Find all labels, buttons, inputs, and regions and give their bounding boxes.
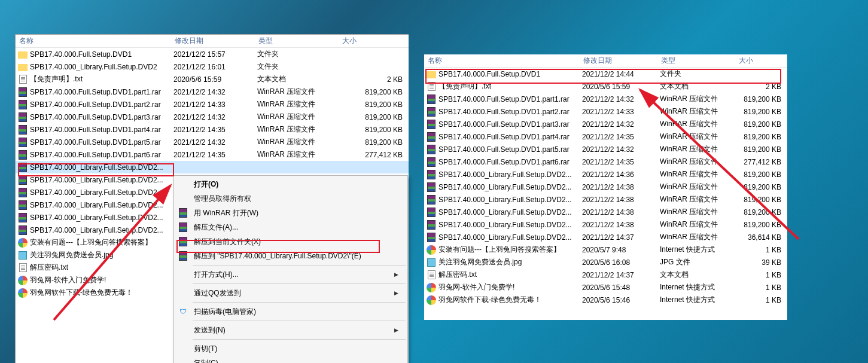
rar-archive-icon — [427, 182, 436, 192]
file-size: 819,200 KB — [735, 120, 784, 129]
menu-item[interactable]: 🛡扫描病毒(电脑管家) — [175, 304, 407, 319]
file-row[interactable]: SPB17.40.000.Full.Setup.DVD1.part3.rar20… — [16, 111, 409, 123]
column-date[interactable]: 修改日期 — [580, 56, 657, 66]
file-type: WinRAR 压缩文件 — [255, 150, 339, 160]
file-type: WinRAR 压缩文件 — [657, 194, 735, 205]
menu-separator — [193, 302, 406, 303]
file-row[interactable]: SPB17.40.000.Full.Setup.DVD1.part4.rar20… — [16, 123, 409, 136]
file-name: SPB17.40.000.Full.Setup.DVD1.part5.rar — [30, 138, 161, 147]
file-type: WinRAR 压缩文件 — [657, 144, 735, 154]
file-row[interactable]: SPB17.40.000.Full.Setup.DVD1.part2.rar20… — [16, 98, 409, 111]
file-row[interactable]: SPB17.40.000_Library.Full.Setup.DVD2...2… — [424, 218, 787, 231]
menu-item-label: 解压文件(A)... — [194, 222, 238, 233]
file-row[interactable]: 【免责声明】.txt2020/5/6 15:59文本文档2 KB — [16, 73, 409, 86]
menu-item-label: 管理员取得所有权 — [194, 194, 251, 204]
file-row[interactable]: SPB17.40.000.Full.Setup.DVD1.part3.rar20… — [424, 118, 787, 130]
file-type: 文本文档 — [255, 74, 339, 84]
file-date: 2021/12/2 14:32 — [580, 95, 657, 103]
file-date: 2021/12/2 14:35 — [580, 133, 657, 141]
file-row[interactable]: SPB17.40.000.Full.Setup.DVD1.part1.rar20… — [424, 93, 787, 105]
column-type[interactable]: 类型 — [255, 36, 339, 46]
file-row[interactable]: SPB17.40.000_Library.Full.Setup.DVD2...2… — [424, 231, 787, 243]
menu-item[interactable]: 通过QQ发送到▶ — [175, 286, 407, 300]
file-row[interactable]: SPB17.40.000.Full.Setup.DVD1.part5.rar20… — [16, 136, 409, 148]
menu-item[interactable]: 解压到当前文件夹(X) — [175, 234, 407, 249]
file-row[interactable]: 羽兔网-软件入门免费学!2020/5/6 15:48Internet 快捷方式1… — [424, 281, 787, 294]
file-size: 36,614 KB — [735, 233, 784, 242]
file-date: 2021/12/2 14:33 — [580, 108, 657, 116]
file-date: 2020/5/6 15:48 — [580, 283, 657, 292]
file-row[interactable]: 羽兔网软件下载-绿色免费无毒！2020/5/6 15:46Internet 快捷… — [424, 294, 787, 306]
menu-item[interactable]: 剪切(T) — [175, 341, 407, 356]
menu-item[interactable]: 发送到(N)▶ — [175, 323, 407, 337]
file-row[interactable]: SPB17.40.000.Full.Setup.DVD1.part5.rar20… — [424, 143, 787, 155]
file-type: WinRAR 压缩文件 — [255, 112, 339, 122]
image-file-icon — [18, 251, 28, 260]
rar-archive-icon — [18, 188, 28, 197]
rar-archive-icon — [18, 213, 28, 222]
file-row[interactable]: SPB17.40.000.Full.Setup.DVD1.part6.rar20… — [16, 148, 409, 161]
menu-item[interactable]: 管理员取得所有权 — [175, 191, 407, 206]
column-type[interactable]: 类型 — [657, 56, 735, 66]
file-row[interactable]: SPB17.40.000_Library.Full.Setup.DVD2...2… — [424, 181, 787, 193]
shield-icon: 🛡 — [178, 307, 188, 316]
file-list-right: SPB17.40.000.Full.Setup.DVD12021/12/2 14… — [424, 68, 787, 306]
column-size[interactable]: 大小 — [735, 56, 787, 66]
menu-item[interactable]: 复制(C) — [175, 356, 407, 363]
shortcut-icon — [18, 276, 28, 285]
file-row[interactable]: SPB17.40.000.Full.Setup.DVD1.part1.rar20… — [16, 86, 409, 98]
file-date: 2021/12/2 14:35 — [171, 151, 255, 159]
menu-separator — [193, 321, 406, 321]
file-row[interactable]: SPB17.40.000.Full.Setup.DVD1.part6.rar20… — [424, 155, 787, 168]
file-name: SPB17.40.000.Full.Setup.DVD1.part4.rar — [438, 133, 569, 141]
column-name[interactable]: 名称 — [424, 56, 580, 66]
file-row[interactable]: SPB17.40.000_Library.Full.Setup.DVD22021… — [16, 60, 409, 73]
file-row[interactable]: SPB17.40.000_Library.Full.Setup.DVD2...2… — [424, 168, 787, 181]
rar-archive-icon — [18, 138, 28, 147]
menu-item[interactable]: 解压文件(A)... — [175, 220, 407, 234]
shortcut-icon — [427, 295, 436, 305]
rar-archive-icon — [178, 237, 188, 246]
menu-item[interactable]: 解压到 "SPB17.40.000_Library.Full.Setup.DVD… — [175, 249, 407, 263]
file-row[interactable]: 解压密码.txt2021/12/2 14:37文本文档1 KB — [424, 269, 787, 281]
file-row[interactable]: 【免责声明】.txt2020/5/6 15:59文本文档2 KB — [424, 80, 787, 93]
rar-archive-icon — [18, 100, 28, 109]
file-type: WinRAR 压缩文件 — [657, 219, 735, 230]
rar-archive-icon — [18, 87, 28, 97]
file-row[interactable]: SPB17.40.000_Library.Full.Setup.DVD2...2… — [424, 206, 787, 218]
file-date: 2021/12/2 14:32 — [580, 120, 657, 129]
menu-item[interactable]: 打开方式(H)...▶ — [175, 267, 407, 282]
file-row[interactable]: SPB17.40.000.Full.Setup.DVD12021/12/2 15… — [16, 48, 409, 60]
file-row[interactable]: 关注羽兔网免费送会员.jpg2020/5/6 16:08JPG 文件39 KB — [424, 256, 787, 269]
rar-icon-slot — [177, 208, 189, 218]
file-name: 解压密码.txt — [438, 270, 477, 280]
file-row[interactable]: SPB17.40.000_Library.Full.Setup.DVD2...2… — [424, 193, 787, 206]
file-row[interactable]: SPB17.40.000.Full.Setup.DVD12021/12/2 14… — [424, 68, 787, 80]
file-type: WinRAR 压缩文件 — [657, 232, 735, 242]
column-size[interactable]: 大小 — [339, 36, 409, 46]
file-size: 39 KB — [735, 258, 784, 267]
text-file-icon — [427, 270, 436, 280]
file-date: 2021/12/2 14:36 — [580, 170, 657, 179]
file-row[interactable]: 安装有问题---【上羽兔问答搜索答案】2020/5/7 9:48Internet… — [424, 243, 787, 256]
file-size: 277,412 KB — [735, 158, 784, 166]
file-row[interactable]: SPB17.40.000.Full.Setup.DVD1.part2.rar20… — [424, 105, 787, 118]
file-row[interactable]: SPB17.40.000.Full.Setup.DVD1.part4.rar20… — [424, 130, 787, 143]
file-name: 关注羽兔网免费送会员.jpg — [438, 257, 522, 267]
file-row[interactable]: SPB17.40.000_Library.Full.Setup.DVD2... — [16, 161, 409, 173]
file-type: WinRAR 压缩文件 — [657, 94, 735, 104]
file-name: SPB17.40.000.Full.Setup.DVD1.part3.rar — [438, 120, 569, 129]
menu-item[interactable]: 用 WinRAR 打开(W) — [175, 206, 407, 220]
column-name[interactable]: 名称 — [16, 36, 171, 46]
menu-item-label: 解压到当前文件夹(X) — [194, 237, 261, 247]
column-date[interactable]: 修改日期 — [171, 36, 255, 46]
file-type: 文本文档 — [657, 81, 735, 91]
menu-item[interactable]: 打开(O) — [175, 177, 407, 191]
submenu-arrow-icon: ▶ — [394, 272, 398, 277]
submenu-arrow-icon: ▶ — [394, 327, 398, 333]
text-file-icon — [18, 75, 28, 84]
file-type: 文件夹 — [255, 62, 339, 72]
file-date: 2021/12/2 14:37 — [580, 233, 657, 242]
file-name: SPB17.40.000_Library.Full.Setup.DVD2... — [30, 188, 163, 197]
file-size: 819,200 KB — [735, 208, 784, 216]
